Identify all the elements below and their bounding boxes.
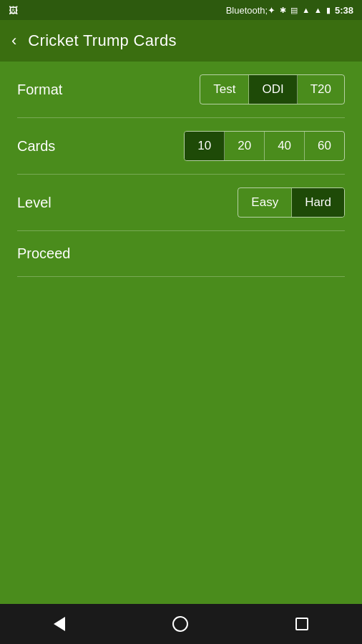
format-odi-button[interactable]: ODI <box>249 75 297 104</box>
photo-icon: 🖼 <box>9 5 18 16</box>
nav-recents-icon <box>295 618 308 630</box>
cards-60-button[interactable]: 60 <box>305 132 344 160</box>
bluetooth-icon: ✱ <box>280 6 286 15</box>
toolbar: ‹ Cricket Trump Cards <box>0 20 362 62</box>
nav-recents-button[interactable] <box>295 618 308 630</box>
format-button-group: Test ODI T20 <box>200 74 345 104</box>
cards-button-group: 10 20 40 60 <box>184 131 345 161</box>
level-row: Level Easy Hard <box>17 175 345 231</box>
format-test-button[interactable]: Test <box>200 75 249 104</box>
wifi-icon: ▲ <box>302 6 310 14</box>
level-button-group: Easy Hard <box>238 187 345 218</box>
format-label: Format <box>17 82 62 98</box>
nav-home-icon <box>172 616 188 632</box>
back-button[interactable]: ‹ <box>11 31 16 50</box>
proceed-row[interactable]: Proceed <box>17 231 345 277</box>
cards-label: Cards <box>17 138 55 155</box>
format-t20-button[interactable]: T20 <box>298 75 344 104</box>
status-bar-right: Bluetooth;✦ ✱ ▤ ▲ ▲ ▮ 5:38 <box>226 5 353 16</box>
cards-40-button[interactable]: 40 <box>265 132 305 160</box>
format-row: Format Test ODI T20 <box>17 62 345 118</box>
nav-back-button[interactable] <box>54 617 65 631</box>
level-label: Level <box>17 195 52 211</box>
level-easy-button[interactable]: Easy <box>238 188 292 217</box>
battery-icon: ▮ <box>326 6 331 15</box>
nav-home-button[interactable] <box>172 616 188 632</box>
proceed-label[interactable]: Proceed <box>17 245 71 261</box>
bluetooth-icon: Bluetooth;✦ <box>226 5 276 16</box>
status-bar: 🖼 Bluetooth;✦ ✱ ▤ ▲ ▲ ▮ 5:38 <box>0 0 362 20</box>
level-hard-button[interactable]: Hard <box>292 188 344 217</box>
cards-20-button[interactable]: 20 <box>225 132 265 160</box>
cards-10-button[interactable]: 10 <box>185 132 225 160</box>
status-bar-left: 🖼 <box>9 5 18 16</box>
content-area: Format Test ODI T20 Cards 10 20 40 60 Le… <box>0 62 362 277</box>
time-display: 5:38 <box>335 5 353 16</box>
toolbar-title: Cricket Trump Cards <box>28 31 176 50</box>
signal-icon: ▲ <box>314 6 322 14</box>
vibrate-icon: ▤ <box>290 6 298 15</box>
cards-row: Cards 10 20 40 60 <box>17 118 345 175</box>
nav-back-icon <box>54 617 65 631</box>
navigation-bar <box>0 604 362 644</box>
